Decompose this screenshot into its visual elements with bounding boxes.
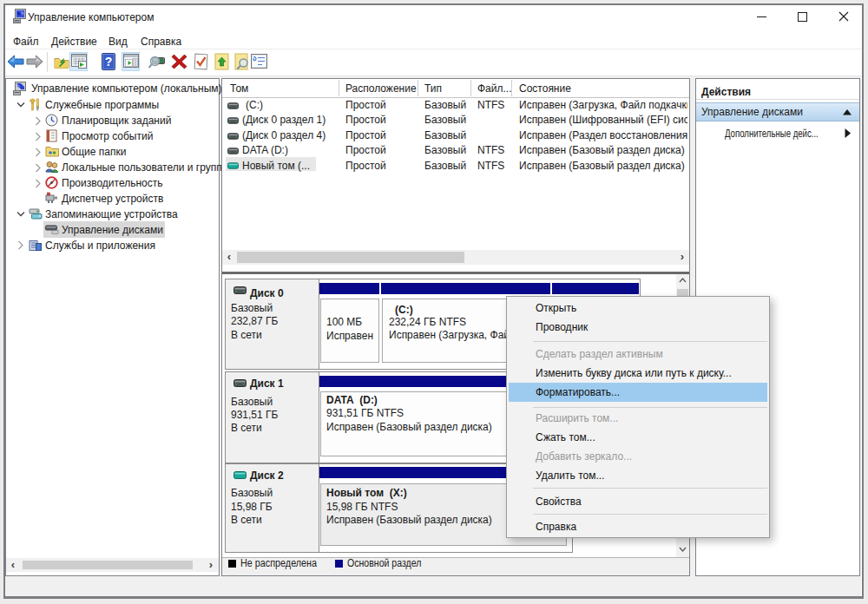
svg-text:?: ? <box>105 55 113 69</box>
